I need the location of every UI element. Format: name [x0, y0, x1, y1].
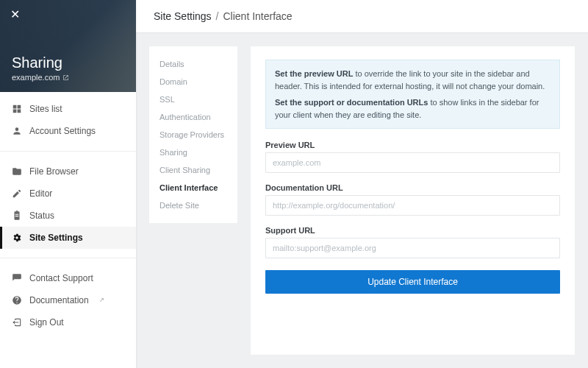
sidebar-item-label: Documentation: [29, 295, 89, 305]
sidebar-item-label: Editor: [29, 188, 52, 199]
sidebar-item-status[interactable]: Status: [0, 205, 136, 227]
notice-strong: Set the preview URL: [275, 69, 353, 78]
gear-icon: [12, 233, 22, 243]
account-icon: [12, 126, 22, 136]
subnav-item-authentication[interactable]: Authentication: [149, 108, 237, 126]
sidebar-item-label: Contact Support: [29, 273, 93, 283]
settings-subnav: DetailsDomainSSLAuthenticationStorage Pr…: [149, 46, 237, 223]
folder-icon: [12, 166, 22, 177]
sidebar-item-site-settings[interactable]: Site Settings: [0, 227, 136, 249]
field-label: Documentation URL: [265, 183, 560, 192]
external-link-icon: [98, 297, 104, 304]
sidebar: ✕ Sharing example.com Sites list Account…: [0, 0, 136, 368]
subnav-item-details[interactable]: Details: [149, 55, 237, 73]
support-url-input[interactable]: [265, 238, 560, 258]
sidebar-item-label: Site Settings: [29, 233, 83, 243]
breadcrumb: Site Settings / Client Interface: [136, 0, 588, 33]
info-notice: Set the preview URL to override the link…: [265, 60, 560, 129]
sidebar-item-sign-out[interactable]: Sign Out: [0, 311, 136, 333]
nav-group-site: File Browser Editor Status Site Settings: [0, 155, 136, 255]
nav-group-footer: Contact Support Documentation Sign Out: [0, 261, 136, 339]
sidebar-item-account-settings[interactable]: Account Settings: [0, 120, 136, 142]
field-documentation-url: Documentation URL: [265, 183, 560, 216]
nav-group-account: Sites list Account Settings: [0, 92, 136, 148]
breadcrumb-current: Client Interface: [223, 10, 293, 22]
signout-icon: [12, 317, 22, 328]
pencil-icon: [12, 188, 22, 199]
subnav-item-domain[interactable]: Domain: [149, 73, 237, 91]
sidebar-item-label: File Browser: [29, 166, 79, 177]
sidebar-item-sites-list[interactable]: Sites list: [0, 98, 136, 120]
sidebar-item-contact-support[interactable]: Contact Support: [0, 267, 136, 289]
breadcrumb-root[interactable]: Site Settings: [154, 10, 212, 22]
subnav-item-sharing[interactable]: Sharing: [149, 144, 237, 161]
site-title: Sharing: [12, 54, 124, 71]
field-label: Preview URL: [265, 141, 560, 149]
sidebar-item-file-browser[interactable]: File Browser: [0, 160, 136, 183]
nav-separator: [0, 151, 136, 152]
chat-icon: [12, 273, 22, 283]
documentation-url-input[interactable]: [265, 195, 560, 216]
sidebar-hero: ✕ Sharing example.com: [0, 0, 136, 92]
field-label: Support URL: [265, 226, 560, 235]
grid-icon: [12, 104, 22, 114]
close-icon[interactable]: ✕: [10, 7, 20, 21]
notice-strong: Set the support or documentation URLs: [275, 98, 428, 107]
subnav-item-delete-site[interactable]: Delete Site: [149, 197, 237, 214]
update-button[interactable]: Update Client Interface: [265, 270, 560, 294]
subnav-item-storage-providers[interactable]: Storage Providers: [149, 126, 237, 144]
help-icon: [12, 295, 22, 305]
sidebar-item-documentation[interactable]: Documentation: [0, 289, 136, 311]
site-url[interactable]: example.com: [12, 73, 124, 82]
subnav-item-client-interface[interactable]: Client Interface: [149, 179, 237, 197]
sidebar-item-editor[interactable]: Editor: [0, 183, 136, 205]
sidebar-item-label: Account Settings: [29, 126, 96, 136]
subnav-item-client-sharing[interactable]: Client Sharing: [149, 161, 237, 179]
subnav-item-ssl[interactable]: SSL: [149, 91, 237, 108]
field-support-url: Support URL: [265, 226, 560, 258]
site-url-text: example.com: [12, 73, 60, 82]
breadcrumb-sep: /: [216, 10, 219, 22]
sidebar-item-label: Sites list: [29, 104, 62, 114]
settings-panel: Set the preview URL to override the link…: [251, 46, 575, 355]
sidebar-item-label: Sign Out: [29, 317, 64, 328]
external-link-icon: [62, 74, 69, 81]
content: DetailsDomainSSLAuthenticationStorage Pr…: [136, 33, 588, 368]
preview-url-input[interactable]: [265, 152, 560, 173]
sidebar-item-label: Status: [29, 210, 54, 221]
clipboard-icon: [12, 210, 22, 221]
field-preview-url: Preview URL: [265, 141, 560, 173]
nav-separator: [0, 258, 136, 258]
main: Site Settings / Client Interface Details…: [136, 0, 588, 368]
